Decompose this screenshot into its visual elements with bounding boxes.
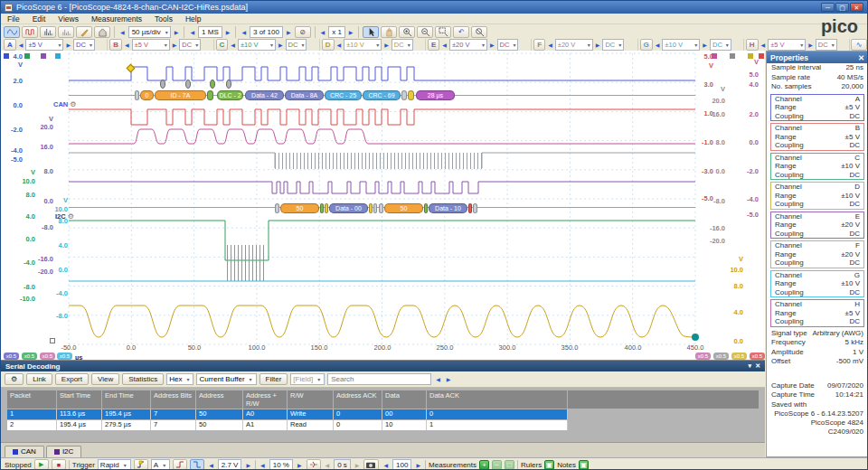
- zoom-decrease-button[interactable]: ◀: [319, 29, 327, 35]
- range-next-button[interactable]: ▶: [64, 42, 72, 48]
- captures-down-button[interactable]: ◀: [382, 462, 390, 468]
- channel-button[interactable]: A: [4, 39, 16, 51]
- column-header[interactable]: Address Bits: [151, 390, 196, 409]
- awg-icon[interactable]: ∿: [851, 39, 867, 51]
- panel-menu-icon[interactable]: ▾: [749, 362, 752, 370]
- falling-edge-button[interactable]: [190, 459, 204, 470]
- captures-up-button[interactable]: ▶: [414, 462, 422, 468]
- range-prev-button[interactable]: ◀: [760, 42, 768, 48]
- decode-settings-gear-icon[interactable]: ⚙: [5, 373, 24, 385]
- trigger-marker-button[interactable]: [134, 459, 148, 470]
- column-header[interactable]: Address: [196, 390, 243, 409]
- marquee-zoom-icon[interactable]: [435, 26, 451, 38]
- range-prev-button[interactable]: ◀: [17, 42, 25, 48]
- range-select[interactable]: ±5 V▾: [25, 39, 63, 51]
- menu-item[interactable]: File: [1, 14, 26, 24]
- rapid-capture-icon[interactable]: [363, 459, 379, 470]
- range-select[interactable]: ±20 V▾: [449, 39, 487, 51]
- buffer-navigator-icon[interactable]: ⊘: [295, 26, 311, 38]
- scale-chip[interactable]: x0.5: [4, 352, 19, 360]
- channel-color-chip[interactable]: [759, 53, 764, 59]
- zoom-increase-button[interactable]: ▶: [347, 29, 355, 35]
- table-row[interactable]: 2195.4 µs279.5 µs750A1Read0101: [7, 420, 568, 430]
- trigger-mode-select[interactable]: Rapid▾: [98, 459, 131, 470]
- range-select[interactable]: ±5 V▾: [132, 39, 170, 51]
- properties-close-icon[interactable]: ✕: [858, 53, 864, 62]
- channel-button[interactable]: G: [640, 39, 653, 51]
- scale-chip[interactable]: x0.5: [731, 352, 747, 360]
- can-settings-gear-icon[interactable]: ⚙: [70, 100, 76, 108]
- trigger-level-up-button[interactable]: ▶: [244, 462, 252, 468]
- probe-setup-icon[interactable]: [76, 26, 92, 38]
- channel-button[interactable]: C: [216, 39, 229, 51]
- coupling-select[interactable]: DC▾: [73, 39, 95, 51]
- samples-decrease-button[interactable]: ◀: [188, 29, 196, 35]
- column-header[interactable]: R/W: [288, 390, 334, 409]
- search-next-button[interactable]: ▶: [445, 376, 453, 382]
- filter-button[interactable]: Filter: [259, 373, 288, 385]
- channel-color-chip[interactable]: [730, 53, 735, 59]
- maximize-button[interactable]: ▢: [835, 3, 849, 12]
- column-header[interactable]: Start Time: [57, 390, 102, 409]
- search-input[interactable]: [327, 373, 431, 385]
- stop-button[interactable]: ■: [52, 459, 66, 470]
- range-next-button[interactable]: ▶: [701, 42, 709, 48]
- waveform-view[interactable]: 4.0V2.00.0-2.0-4.0-5.0 V10.08.04.00.0-4.…: [1, 51, 765, 360]
- decoder-tab[interactable]: CAN: [5, 446, 44, 457]
- persistence-view-icon[interactable]: [22, 26, 38, 38]
- scale-chip[interactable]: x0.5: [22, 352, 37, 360]
- range-prev-button[interactable]: ◀: [123, 42, 131, 48]
- minimize-button[interactable]: ─: [821, 3, 835, 12]
- field-select[interactable]: [Field]▾: [290, 373, 325, 385]
- range-prev-button[interactable]: ◀: [440, 42, 448, 48]
- range-select[interactable]: ±20 V▾: [555, 39, 593, 51]
- channel-button[interactable]: E: [428, 39, 439, 51]
- scale-chip[interactable]: x0.5: [695, 352, 711, 360]
- channel-color-chip[interactable]: [748, 53, 753, 59]
- search-prev-button[interactable]: ◀: [434, 376, 442, 382]
- export-button[interactable]: Export: [55, 373, 89, 385]
- channel-color-chip[interactable]: [24, 53, 30, 59]
- zoom-out-icon[interactable]: [417, 26, 433, 38]
- pre-trigger-up-button[interactable]: ▶: [296, 462, 304, 468]
- channel-button[interactable]: H: [746, 39, 759, 51]
- samples-increase-button[interactable]: ▶: [224, 29, 232, 35]
- buffer-prev-button[interactable]: ◀: [240, 29, 248, 35]
- column-header[interactable]: Packet: [7, 390, 57, 409]
- coupling-select[interactable]: DC▾: [497, 39, 519, 51]
- undo-zoom-icon[interactable]: ↶: [453, 26, 469, 38]
- trigger-source-select[interactable]: A▾: [151, 459, 170, 470]
- rulers-button[interactable]: ▣: [544, 460, 554, 470]
- coupling-select[interactable]: DC▾: [179, 39, 201, 51]
- zoom-factor-field[interactable]: x 1: [328, 26, 345, 38]
- range-select[interactable]: ±10 V▾: [344, 39, 382, 51]
- coupling-select[interactable]: DC▾: [816, 39, 837, 51]
- format-select[interactable]: Hex▾: [166, 373, 193, 385]
- close-button[interactable]: ✕: [850, 3, 863, 12]
- scale-chip[interactable]: x0.5: [750, 352, 765, 360]
- samples-field[interactable]: 1 MS: [198, 26, 222, 38]
- range-select[interactable]: ±10 V▾: [238, 39, 276, 51]
- range-next-button[interactable]: ▶: [382, 42, 391, 48]
- panel-close-icon[interactable]: ✕: [755, 362, 760, 370]
- trigger-timing-icon[interactable]: [307, 459, 321, 470]
- menu-item[interactable]: Measurements: [85, 14, 148, 24]
- timebase-prev-button[interactable]: ◀: [118, 29, 127, 35]
- buffer-position-field[interactable]: 3 of 100: [250, 26, 283, 38]
- channel-button[interactable]: B: [109, 39, 122, 51]
- add-measurement-button[interactable]: +: [479, 460, 489, 470]
- trigger-level-down-button[interactable]: ◀: [207, 462, 215, 468]
- buffer-next-button[interactable]: ▶: [285, 29, 293, 35]
- capture-end-marker[interactable]: [692, 334, 699, 341]
- axis-drag-handle[interactable]: [50, 338, 55, 343]
- captures-count-field[interactable]: 100: [392, 459, 411, 470]
- notes-button[interactable]: ▣: [579, 460, 589, 470]
- timebase-select[interactable]: 50 µs/div▾: [128, 26, 171, 38]
- menu-item[interactable]: Tools: [148, 14, 179, 24]
- menu-item[interactable]: Edit: [26, 14, 52, 24]
- zoom-in-icon[interactable]: [399, 26, 415, 38]
- home-icon[interactable]: [94, 26, 110, 38]
- channel-button[interactable]: D: [322, 39, 335, 51]
- decoder-tab[interactable]: I2C: [46, 446, 81, 457]
- i2c-settings-gear-icon[interactable]: ⚙: [68, 212, 74, 221]
